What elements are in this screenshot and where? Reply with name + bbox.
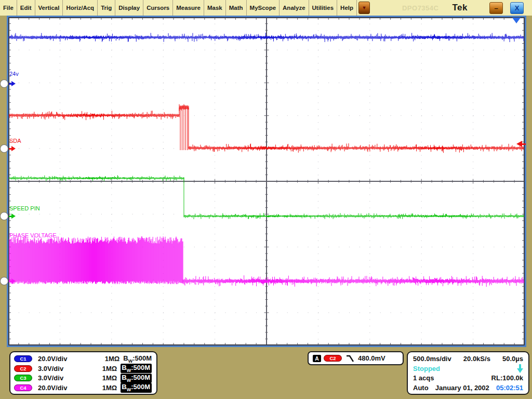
menu-item[interactable]: Horiz/Acq [63,0,98,16]
acquisition-count-row: 1 acqs RL:100.0k [413,374,523,383]
channel1-bandwidth: BW:500M [123,354,152,364]
close-icon: X [515,4,520,12]
menu-item[interactable]: File [0,0,17,16]
menu-item[interactable]: Cursors [143,0,173,16]
menu-item[interactable]: Help [337,0,357,16]
menu-item[interactable]: Measure [173,0,204,16]
channel1-scale: 20.0V/div [38,355,84,363]
trigger-a-badge: A [313,355,321,362]
oscilloscope-screen: File Edit Vertical Horiz/Acq Trig Displa… [0,0,532,399]
channel4-pill: C4 [14,384,32,391]
acquisition-mode-row: Auto January 01, 2002 05:02:51 [413,383,523,393]
channel4-position-marker[interactable]: 4 [0,277,16,285]
menu-item[interactable]: Mask [204,0,226,16]
arrow-right-icon [11,214,16,219]
falling-edge-icon [346,354,355,363]
channel2-badge: 2 [0,144,8,153]
trigger-source-pill: C2 [324,355,342,362]
channel3-position-marker[interactable]: 3 [0,212,16,220]
date-label: January 01, 2002 [435,384,489,392]
readout-bar: C1 20.0V/div 1MΩ BW:500M C2 3.0V/div 1MΩ… [0,347,532,399]
channel4-impedance: 1MΩ [102,384,117,392]
horizontal-position: 50.0µs [502,355,523,363]
menu-bar: File Edit Vertical Horiz/Acq Trig Displa… [0,0,532,16]
channel4-bandwidth: BW:500M [121,383,152,393]
channel2-impedance: 1MΩ [102,365,117,373]
acquisition-state-row: Stopped [413,364,523,373]
channel2-scale: 3.0V/div [38,365,84,373]
menu-item[interactable]: Display [115,0,143,16]
trigger-level-arrow-icon[interactable] [516,141,526,147]
acquisition-mode: Auto [413,384,429,392]
arrow-right-icon [11,278,16,284]
channel1-pill: C1 [14,355,32,362]
trigger-level-value: 480.0mV [358,354,385,362]
menu-item[interactable]: Edit [17,0,35,16]
model-watermark: DPO7354C [402,4,438,12]
channel2-pill: C2 [14,365,32,372]
channel3-scale: 3.0V/div [38,374,84,382]
channel1-impedance: 1MΩ [105,355,119,363]
channel1-position-marker[interactable]: 1 [0,79,16,88]
sample-rate: 20.0kS/s [463,355,490,363]
time-label: 05:02:51 [496,384,523,392]
channel2-position-marker[interactable]: 2 [0,144,16,153]
channel2-bandwidth: BW:500M [121,364,152,374]
vertical-readout-box[interactable]: C1 20.0V/div 1MΩ BW:500M C2 3.0V/div 1MΩ… [9,351,157,395]
channel3-impedance: 1MΩ [102,374,117,382]
trigger-position-marker-icon[interactable] [512,18,521,23]
channel3-badge: 3 [0,212,8,220]
trigger-readout-box[interactable]: A C2 480.0mV [308,351,404,365]
tek-logo: Tek [452,3,468,13]
graticule-and-traces [8,17,525,345]
menu-item[interactable]: MyScope [247,0,280,16]
arrow-right-icon [11,81,16,86]
menu-item-list: File Edit Vertical Horiz/Acq Trig Displa… [0,0,357,16]
channel4-scale: 20.0V/div [38,384,84,392]
minimize-icon: – [494,4,498,12]
menu-item[interactable]: Math [226,0,247,16]
menu-item[interactable]: Vertical [35,0,63,16]
menu-overflow-button[interactable]: ▼ [358,2,370,14]
channel1-readout-row[interactable]: C1 20.0V/div 1MΩ BW:500M [14,354,152,364]
menu-item[interactable]: Utilities [309,0,338,16]
menubar-right: DPO7354C Tek – X [402,0,532,16]
channel4-badge: 4 [0,277,8,285]
acquisition-count: 1 acqs [413,374,434,382]
horizontal-scale: 500.0ms/div [413,355,451,363]
minimize-button[interactable]: – [489,2,503,14]
horizontal-scale-row: 500.0ms/div 20.0kS/s 50.0µs [413,354,523,363]
acquisition-state: Stopped [413,365,440,373]
record-length: RL:100.0k [491,374,523,382]
arrow-right-icon [11,146,16,151]
chevron-down-icon: ▼ [362,5,367,10]
waveform-display: 24v SDA SPEED PIN PHASE VOLTAGE 1 2 3 4 [7,16,526,347]
menu-item[interactable]: Trig [98,0,115,16]
channel2-readout-row[interactable]: C2 3.0V/div 1MΩ BW:500M [14,364,152,374]
horizontal-readout-box[interactable]: 500.0ms/div 20.0kS/s 50.0µs Stopped 1 ac… [407,351,529,395]
close-button[interactable]: X [510,2,524,14]
channel3-readout-row[interactable]: C3 3.0V/div 1MΩ BW:500M [14,374,152,383]
channel1-badge: 1 [0,79,8,88]
channel3-pill: C3 [14,375,32,381]
arrow-down-icon [517,364,523,373]
channel4-readout-row[interactable]: C4 20.0V/div 1MΩ BW:500M [14,383,152,393]
menu-item[interactable]: Analyze [280,0,309,16]
channel3-bandwidth: BW:500M [121,374,152,383]
